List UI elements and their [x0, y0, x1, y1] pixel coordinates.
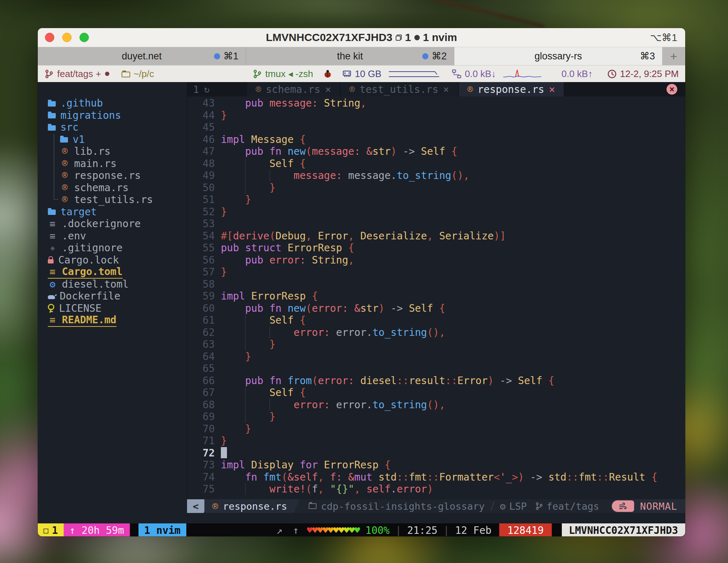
tree-item-src[interactable]: src [38, 121, 187, 134]
tmux-window-index[interactable]: □ 1 [38, 523, 64, 536]
tree-item-LICENSE[interactable]: LICENSE [38, 302, 187, 315]
tree-item-main.rs[interactable]: ®main.rs [38, 158, 187, 170]
tree-item-label: main.rs [74, 158, 117, 170]
memory-graph [387, 68, 441, 79]
tree-item-.gitignore[interactable]: ◆.gitignore [38, 242, 187, 254]
code-line: 69 } [187, 411, 685, 423]
close-buffer-icon[interactable]: × [443, 84, 449, 95]
git-branch-icon [535, 502, 543, 510]
tab-shortcut: ⌘1 [223, 50, 238, 62]
mode-label: NORMAL [640, 501, 677, 512]
tree-item-label: .env [62, 230, 86, 242]
tree-item-v1[interactable]: v1 [38, 134, 187, 146]
line-number: 66 [187, 375, 215, 387]
network-up-status: 0.0 kB↑ [561, 68, 593, 80]
tree-item-lib.rs[interactable]: ®lib.rs [38, 145, 187, 158]
line-number: 43 [187, 97, 215, 109]
tab-bar: duyet.net ⌘1 the kit ⌘2 glossary-rs ⌘3 + [38, 47, 685, 65]
code-lines[interactable]: 43 pub message: String,44}4546impl Messa… [187, 97, 685, 495]
buffer-tab-response.rs[interactable]: ®response.rs× [459, 82, 564, 96]
statusline-project: cdp-fossil-insights-glossary [309, 501, 484, 512]
tab-count: 1 [193, 84, 199, 95]
tree-item-migrations[interactable]: migrations [38, 109, 187, 122]
folder-icon [48, 125, 56, 131]
tree-item-Dockerfile[interactable]: Dockerfile [38, 290, 187, 302]
code-line: 64 } [187, 351, 685, 363]
nvim-statusline: < ® response.rs cdp-fossil-insights-glos… [187, 499, 685, 513]
tree-item-schema.rs[interactable]: ®schema.rs [38, 182, 187, 194]
gear-icon: ⚙ [500, 501, 506, 512]
close-all-icon[interactable]: × [666, 84, 677, 95]
code-line: 51 } [187, 194, 685, 206]
tree-item-response.rs[interactable]: ®response.rs [38, 170, 187, 182]
ladybug-icon [323, 69, 333, 79]
session-label: 1 nvim [423, 31, 457, 44]
code-line: 75 write!(f, "{}", self.error) [187, 483, 685, 495]
tree-item-.dockerignore[interactable]: ≡.dockerignore [38, 218, 187, 230]
code-line: 58 [187, 278, 685, 290]
line-number: 75 [187, 483, 215, 495]
tab-glossary-rs[interactable]: glossary-rs ⌘3 [454, 47, 662, 65]
line-number: 73 [187, 459, 215, 471]
buffer-tab-schema.rs[interactable]: ®schema.rs× [247, 82, 340, 96]
tmux-date: 12 Feb [455, 524, 491, 536]
new-tab-button[interactable]: + [662, 47, 685, 65]
code-line: 56 pub error: String, [187, 254, 685, 266]
line-number: 63 [187, 338, 215, 351]
code-line: 47 pub fn new(message: &str) -> Self { [187, 145, 685, 158]
cursor [221, 447, 227, 458]
tree-item-test_utils.rs[interactable]: ®test_utils.rs [38, 194, 187, 206]
statusline-lsp: ⚙ LSP [500, 501, 527, 512]
window-shortcut: ⌥⌘1 [650, 32, 677, 44]
code-line: 45 [187, 121, 685, 134]
editor-pane[interactable]: 1 ↻ ®schema.rs×®test_utils.rs×®response.… [187, 82, 685, 523]
git-branch-icon [44, 69, 54, 79]
code-line: 73impl Display for ErrorResp { [187, 459, 685, 471]
heart-icon: ♥ [338, 525, 344, 536]
keystroke-counter: 128419 [499, 523, 551, 536]
file-tree-items: .githubmigrationssrcv1®lib.rs®main.rs®re… [38, 97, 187, 326]
titlebar[interactable]: LMVNHCC02X71XFJHD3 1 1 nvim ⌥⌘1 [38, 28, 685, 47]
tree-item-target[interactable]: target [38, 206, 187, 218]
terminal-window: LMVNHCC02X71XFJHD3 1 1 nvim ⌥⌘1 duyet.ne… [38, 28, 685, 536]
line-number: 68 [187, 399, 215, 411]
folder-icon [48, 101, 56, 107]
line-number: 51 [187, 194, 215, 206]
line-number: 52 [187, 206, 215, 218]
close-buffer-icon[interactable]: × [325, 84, 331, 95]
rust-icon: ® [60, 170, 69, 182]
line-number: 65 [187, 362, 215, 375]
tree-item-Cargo.lock[interactable]: Cargo.lock [38, 254, 187, 266]
nvim-terminal[interactable]: .githubmigrationssrcv1®lib.rs®main.rs®re… [38, 82, 685, 536]
tree-item-Cargo.toml[interactable]: ≡Cargo.toml [38, 266, 187, 278]
window-title: LMVNHCC02X71XFJHD3 1 1 nvim [38, 31, 685, 44]
close-buffer-icon[interactable]: × [549, 84, 555, 95]
line-number: 45 [187, 121, 215, 134]
code-line: 71} [187, 435, 685, 447]
code-line: 43 pub message: String, [187, 97, 685, 109]
tree-item-README.md[interactable]: ≡README.md [38, 314, 187, 326]
activity-arrows: ↗ ↑ [277, 524, 301, 536]
tab-the-kit[interactable]: the kit ⌘2 [246, 47, 454, 65]
code-line: 44} [187, 109, 685, 122]
code-line: 61 Self { [187, 314, 685, 326]
separator: | [443, 524, 449, 536]
tree-item-label: v1 [73, 134, 85, 146]
line-number: 61 [187, 314, 215, 326]
line-number: 46 [187, 134, 215, 146]
tab-duyet-net[interactable]: duyet.net ⌘1 [38, 47, 246, 65]
folder-icon [122, 72, 130, 77]
line-number: 44 [187, 109, 215, 122]
statusline-branch: feat/tags [535, 501, 599, 512]
memory-status: 10 GB [342, 68, 382, 80]
line-number: 67 [187, 387, 215, 399]
tree-item-.env[interactable]: ≡.env [38, 230, 187, 242]
tree-item-.github[interactable]: .github [38, 97, 187, 109]
buffer-tab-test_utils.rs[interactable]: ®test_utils.rs× [341, 82, 458, 96]
tmux-session[interactable]: 1 nvim [138, 523, 186, 536]
file-tree[interactable]: .githubmigrationssrcv1®lib.rs®main.rs®re… [38, 82, 187, 523]
line-number: 50 [187, 182, 215, 194]
tree-item-diesel.toml[interactable]: ⚙diesel.toml [38, 278, 187, 290]
tree-item-label: .github [60, 97, 103, 109]
heart-icon: ♥ [354, 525, 360, 536]
